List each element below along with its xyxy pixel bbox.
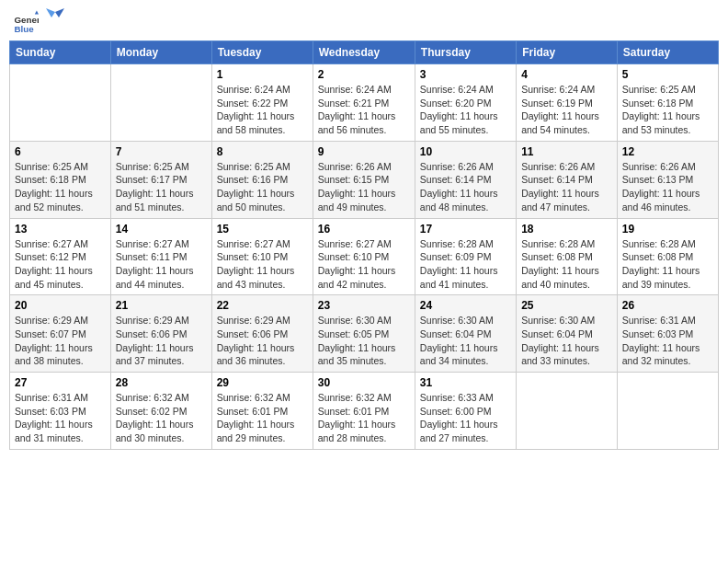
day-number: 11 <box>521 145 612 158</box>
day-info: Sunrise: 6:30 AM Sunset: 6:05 PM Dayligh… <box>318 314 410 368</box>
day-info: Sunrise: 6:26 AM Sunset: 6:13 PM Dayligh… <box>622 160 713 214</box>
day-info: Sunrise: 6:32 AM Sunset: 6:01 PM Dayligh… <box>217 391 308 445</box>
calendar-cell: 30Sunrise: 6:32 AM Sunset: 6:01 PM Dayli… <box>313 373 415 450</box>
day-number: 24 <box>420 299 511 312</box>
weekday-header: Sunday <box>10 41 111 64</box>
calendar-cell: 6Sunrise: 6:25 AM Sunset: 6:18 PM Daylig… <box>10 141 111 218</box>
day-info: Sunrise: 6:26 AM Sunset: 6:14 PM Dayligh… <box>521 160 612 214</box>
day-number: 19 <box>622 223 713 236</box>
day-info: Sunrise: 6:30 AM Sunset: 6:04 PM Dayligh… <box>521 314 612 368</box>
calendar-cell: 14Sunrise: 6:27 AM Sunset: 6:11 PM Dayli… <box>110 218 211 295</box>
calendar-cell <box>517 373 618 450</box>
day-info: Sunrise: 6:28 AM Sunset: 6:08 PM Dayligh… <box>521 237 612 292</box>
logo-icon: General Blue <box>13 9 39 35</box>
calendar-cell: 7Sunrise: 6:25 AM Sunset: 6:17 PM Daylig… <box>110 141 211 218</box>
day-number: 1 <box>217 68 308 81</box>
calendar-week-row: 20Sunrise: 6:29 AM Sunset: 6:07 PM Dayli… <box>10 295 719 373</box>
day-info: Sunrise: 6:24 AM Sunset: 6:21 PM Dayligh… <box>318 83 410 137</box>
calendar-cell <box>110 64 211 142</box>
logo: General Blue <box>13 9 64 35</box>
day-number: 26 <box>622 299 713 312</box>
calendar-cell: 9Sunrise: 6:26 AM Sunset: 6:15 PM Daylig… <box>313 141 415 218</box>
weekday-header: Tuesday <box>211 41 313 64</box>
calendar-cell <box>10 64 111 142</box>
calendar-cell: 11Sunrise: 6:26 AM Sunset: 6:14 PM Dayli… <box>517 141 618 218</box>
calendar-cell: 27Sunrise: 6:31 AM Sunset: 6:03 PM Dayli… <box>10 373 111 450</box>
day-info: Sunrise: 6:26 AM Sunset: 6:14 PM Dayligh… <box>420 160 511 214</box>
day-number: 18 <box>521 223 612 236</box>
calendar-cell: 3Sunrise: 6:24 AM Sunset: 6:20 PM Daylig… <box>415 64 516 142</box>
calendar-cell: 24Sunrise: 6:30 AM Sunset: 6:04 PM Dayli… <box>415 295 516 373</box>
calendar-week-row: 13Sunrise: 6:27 AM Sunset: 6:12 PM Dayli… <box>10 218 719 295</box>
calendar-cell: 5Sunrise: 6:25 AM Sunset: 6:18 PM Daylig… <box>617 64 718 142</box>
calendar-cell: 25Sunrise: 6:30 AM Sunset: 6:04 PM Dayli… <box>517 295 618 373</box>
day-number: 3 <box>420 68 511 81</box>
calendar-cell: 16Sunrise: 6:27 AM Sunset: 6:10 PM Dayli… <box>313 218 415 295</box>
calendar-cell: 2Sunrise: 6:24 AM Sunset: 6:21 PM Daylig… <box>313 64 415 142</box>
calendar-cell: 10Sunrise: 6:26 AM Sunset: 6:14 PM Dayli… <box>415 141 516 218</box>
calendar-cell: 1Sunrise: 6:24 AM Sunset: 6:22 PM Daylig… <box>211 64 313 142</box>
day-info: Sunrise: 6:32 AM Sunset: 6:01 PM Dayligh… <box>318 391 410 445</box>
day-info: Sunrise: 6:28 AM Sunset: 6:09 PM Dayligh… <box>420 237 511 292</box>
day-info: Sunrise: 6:30 AM Sunset: 6:04 PM Dayligh… <box>420 314 511 368</box>
day-number: 28 <box>116 376 207 389</box>
day-number: 25 <box>521 299 612 312</box>
calendar-cell: 21Sunrise: 6:29 AM Sunset: 6:06 PM Dayli… <box>110 295 211 373</box>
day-number: 23 <box>318 299 410 312</box>
calendar-cell: 26Sunrise: 6:31 AM Sunset: 6:03 PM Dayli… <box>617 295 718 373</box>
svg-marker-4 <box>46 8 55 17</box>
day-number: 20 <box>15 299 106 312</box>
day-info: Sunrise: 6:31 AM Sunset: 6:03 PM Dayligh… <box>622 314 713 368</box>
day-number: 21 <box>116 299 207 312</box>
day-info: Sunrise: 6:29 AM Sunset: 6:06 PM Dayligh… <box>116 314 207 368</box>
day-info: Sunrise: 6:24 AM Sunset: 6:22 PM Dayligh… <box>217 83 308 137</box>
calendar-week-row: 6Sunrise: 6:25 AM Sunset: 6:18 PM Daylig… <box>10 141 719 218</box>
day-info: Sunrise: 6:31 AM Sunset: 6:03 PM Dayligh… <box>15 391 106 445</box>
day-number: 27 <box>15 376 106 389</box>
day-info: Sunrise: 6:27 AM Sunset: 6:10 PM Dayligh… <box>318 237 410 292</box>
day-info: Sunrise: 6:25 AM Sunset: 6:18 PM Dayligh… <box>15 160 106 214</box>
calendar-cell: 31Sunrise: 6:33 AM Sunset: 6:00 PM Dayli… <box>415 373 516 450</box>
calendar-week-row: 1Sunrise: 6:24 AM Sunset: 6:22 PM Daylig… <box>10 64 719 142</box>
day-number: 12 <box>622 145 713 158</box>
logo-bird-icon <box>46 8 64 27</box>
day-number: 16 <box>318 223 410 236</box>
calendar-table: SundayMondayTuesdayWednesdayThursdayFrid… <box>9 40 719 450</box>
day-number: 9 <box>318 145 410 158</box>
day-number: 22 <box>217 299 308 312</box>
day-info: Sunrise: 6:29 AM Sunset: 6:07 PM Dayligh… <box>15 314 106 368</box>
calendar-cell: 18Sunrise: 6:28 AM Sunset: 6:08 PM Dayli… <box>517 218 618 295</box>
day-info: Sunrise: 6:27 AM Sunset: 6:12 PM Dayligh… <box>15 237 106 292</box>
day-number: 31 <box>420 376 511 389</box>
weekday-header: Wednesday <box>313 41 415 64</box>
svg-text:Blue: Blue <box>14 24 34 34</box>
day-number: 2 <box>318 68 410 81</box>
day-number: 6 <box>15 145 106 158</box>
calendar-cell: 15Sunrise: 6:27 AM Sunset: 6:10 PM Dayli… <box>211 218 313 295</box>
calendar-cell: 13Sunrise: 6:27 AM Sunset: 6:12 PM Dayli… <box>10 218 111 295</box>
day-number: 13 <box>15 223 106 236</box>
day-number: 10 <box>420 145 511 158</box>
weekday-header: Monday <box>110 41 211 64</box>
weekday-header: Saturday <box>617 41 718 64</box>
calendar-cell: 12Sunrise: 6:26 AM Sunset: 6:13 PM Dayli… <box>617 141 718 218</box>
calendar-header-row: SundayMondayTuesdayWednesdayThursdayFrid… <box>10 41 719 64</box>
day-info: Sunrise: 6:29 AM Sunset: 6:06 PM Dayligh… <box>217 314 308 368</box>
page-header: General Blue <box>9 9 719 35</box>
day-number: 15 <box>217 223 308 236</box>
day-info: Sunrise: 6:27 AM Sunset: 6:10 PM Dayligh… <box>217 237 308 292</box>
day-info: Sunrise: 6:25 AM Sunset: 6:16 PM Dayligh… <box>217 160 308 214</box>
calendar-cell: 23Sunrise: 6:30 AM Sunset: 6:05 PM Dayli… <box>313 295 415 373</box>
day-number: 17 <box>420 223 511 236</box>
day-info: Sunrise: 6:25 AM Sunset: 6:17 PM Dayligh… <box>116 160 207 214</box>
day-info: Sunrise: 6:28 AM Sunset: 6:08 PM Dayligh… <box>622 237 713 292</box>
day-number: 7 <box>116 145 207 158</box>
calendar-cell: 29Sunrise: 6:32 AM Sunset: 6:01 PM Dayli… <box>211 373 313 450</box>
day-number: 8 <box>217 145 308 158</box>
day-info: Sunrise: 6:26 AM Sunset: 6:15 PM Dayligh… <box>318 160 410 214</box>
calendar-cell: 4Sunrise: 6:24 AM Sunset: 6:19 PM Daylig… <box>517 64 618 142</box>
day-number: 4 <box>521 68 612 81</box>
day-info: Sunrise: 6:33 AM Sunset: 6:00 PM Dayligh… <box>420 391 511 445</box>
calendar-cell: 22Sunrise: 6:29 AM Sunset: 6:06 PM Dayli… <box>211 295 313 373</box>
weekday-header: Thursday <box>415 41 516 64</box>
